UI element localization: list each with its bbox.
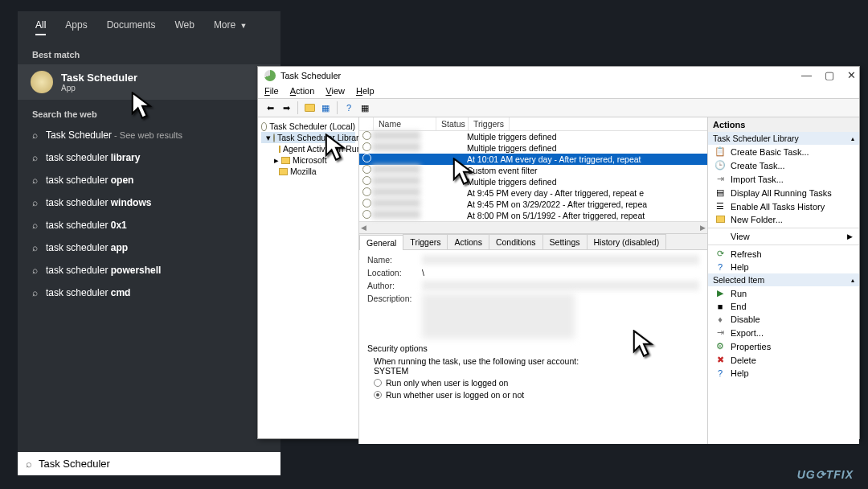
action-refresh[interactable]: ⟳Refresh: [708, 247, 859, 261]
properties-button[interactable]: ▦: [318, 101, 333, 115]
web-result[interactable]: ⌕task scheduler app›: [18, 236, 280, 259]
web-result[interactable]: ⌕task scheduler 0x1›: [18, 214, 280, 236]
action-new-folder[interactable]: New Folder...: [708, 213, 859, 226]
tab-more[interactable]: More ▼: [214, 19, 248, 35]
web-results-list: ⌕Task Scheduler - See web results›⌕task …: [18, 124, 280, 452]
general-tab-body: Name: Location:\ Author: Description: Se…: [359, 250, 707, 444]
search-icon: ⌕: [32, 152, 38, 163]
action-create-task[interactable]: 🕒Create Task...: [708, 158, 859, 172]
task-row[interactable]: Multiple triggers defined: [359, 176, 707, 187]
titlebar[interactable]: Task Scheduler — ▢ ✕: [258, 67, 859, 84]
web-result[interactable]: ⌕Task Scheduler - See web results›: [18, 124, 280, 146]
menu-help[interactable]: Help: [356, 86, 375, 96]
tree-root[interactable]: Task Scheduler (Local): [261, 121, 355, 132]
app-icon: [264, 70, 276, 81]
task-list: Name Status Triggers Multiple triggers d…: [359, 117, 707, 234]
action-run[interactable]: ▶Run: [708, 286, 859, 300]
task-author-value: [422, 281, 699, 290]
search-icon: ⌕: [32, 287, 38, 298]
tree-pane: Task Scheduler (Local) ▾ Task Scheduler …: [258, 117, 359, 444]
refresh-button[interactable]: ▦: [358, 101, 372, 115]
col-status[interactable]: Status: [436, 117, 469, 130]
menu-file[interactable]: File: [264, 86, 279, 96]
minimize-button[interactable]: —: [801, 69, 812, 81]
task-description-value: [422, 294, 575, 339]
web-result[interactable]: ⌕task scheduler cmd›: [18, 281, 280, 304]
search-icon: ⌕: [32, 129, 38, 141]
menu-action[interactable]: Action: [290, 86, 315, 96]
menubar: File Action View Help: [258, 84, 859, 98]
toolbar: ⬅ ➡ ▦ ? ▦: [258, 98, 859, 117]
action-properties[interactable]: ⚙Properties: [708, 339, 859, 353]
security-account-value: SYSTEM: [374, 366, 699, 376]
tab-triggers[interactable]: Triggers: [403, 234, 448, 249]
action-export[interactable]: ⇥Export...: [708, 326, 859, 339]
col-triggers[interactable]: Triggers: [469, 117, 510, 130]
tab-settings[interactable]: Settings: [542, 234, 588, 249]
window-controls: — ▢ ✕: [801, 69, 856, 81]
security-account-text: When running the task, use the following…: [374, 356, 699, 366]
web-result[interactable]: ⌕task scheduler open›: [18, 169, 280, 191]
action-help[interactable]: ?Help: [708, 261, 859, 273]
actions-library-header[interactable]: Task Scheduler Library▴: [708, 132, 859, 145]
back-button[interactable]: ⬅: [263, 101, 277, 115]
action-view[interactable]: View▶: [708, 230, 859, 243]
tab-history[interactable]: History (disabled): [587, 234, 667, 249]
middle-pane: Name Status Triggers Multiple triggers d…: [359, 117, 708, 444]
maximize-button[interactable]: ▢: [825, 69, 834, 81]
action-delete[interactable]: ✖Delete: [708, 353, 859, 367]
search-icon: ⌕: [26, 458, 32, 470]
search-input[interactable]: ⌕ Task Scheduler: [18, 452, 280, 475]
task-row[interactable]: At 9:45 PM on 3/29/2022 - After triggere…: [359, 199, 707, 210]
tab-conditions[interactable]: Conditions: [489, 234, 543, 249]
task-row[interactable]: Multiple triggers defined: [359, 131, 707, 142]
web-result[interactable]: ⌕task scheduler windows›: [18, 191, 280, 214]
action-end[interactable]: ■End: [708, 300, 859, 313]
task-row[interactable]: Custom event filter: [359, 165, 707, 176]
tab-actions[interactable]: Actions: [447, 234, 489, 249]
tree-child[interactable]: Agent Activation Runt: [261, 143, 355, 154]
scrollbar-horizontal[interactable]: ◀▶: [359, 221, 707, 233]
action-enable-history[interactable]: ☰Enable All Tasks History: [708, 199, 859, 213]
web-result[interactable]: ⌕task scheduler library›: [18, 146, 280, 169]
task-name-value: [422, 255, 699, 265]
task-row[interactable]: Multiple triggers defined: [359, 142, 707, 154]
start-menu: All Apps Documents Web More ▼ Best match…: [18, 11, 280, 475]
tab-all[interactable]: All: [35, 19, 46, 35]
action-display-running[interactable]: ▤Display All Running Tasks: [708, 186, 859, 199]
menu-view[interactable]: View: [326, 86, 345, 96]
folder-up-button[interactable]: [302, 101, 317, 115]
task-row[interactable]: At 9:45 PM every day - After triggered, …: [359, 187, 707, 199]
best-match-result[interactable]: Task Scheduler App: [18, 64, 280, 100]
search-icon: ⌕: [32, 175, 38, 186]
web-result[interactable]: ⌕task scheduler powershell›: [18, 259, 280, 281]
close-button[interactable]: ✕: [847, 69, 856, 81]
tree-child[interactable]: ▸ Microsoft: [261, 154, 355, 166]
security-options-label: Security options: [367, 343, 699, 353]
action-create-basic-task[interactable]: 📋Create Basic Task...: [708, 145, 859, 158]
task-row[interactable]: At 10:01 AM every day - After triggered,…: [359, 154, 707, 165]
best-match-label: Best match: [18, 40, 280, 64]
actions-selected-header[interactable]: Selected Item▴: [708, 273, 859, 286]
col-name[interactable]: Name: [374, 117, 436, 130]
forward-button[interactable]: ➡: [279, 101, 293, 115]
task-location-value: \: [422, 268, 699, 277]
details-pane: General Triggers Actions Conditions Sett…: [359, 234, 707, 444]
task-scheduler-window: Task Scheduler — ▢ ✕ File Action View He…: [257, 66, 860, 439]
action-help-2[interactable]: ?Help: [708, 367, 859, 380]
tab-documents[interactable]: Documents: [107, 19, 156, 35]
tab-web[interactable]: Web: [174, 19, 194, 35]
radio-run-always[interactable]: Run whether user is logged on or not: [374, 390, 699, 400]
radio-run-logged-on[interactable]: Run only when user is logged on: [374, 378, 699, 388]
help-button[interactable]: ?: [342, 101, 356, 115]
watermark: UG⟳TFIX: [797, 468, 854, 481]
tree-child[interactable]: Mozilla: [261, 166, 355, 177]
action-import-task[interactable]: ⇥Import Task...: [708, 172, 859, 186]
action-disable[interactable]: ♦Disable: [708, 313, 859, 326]
tab-general[interactable]: General: [359, 235, 403, 250]
tab-apps[interactable]: Apps: [65, 19, 87, 35]
task-list-header: Name Status Triggers: [359, 117, 707, 131]
detail-tabs: General Triggers Actions Conditions Sett…: [359, 234, 707, 250]
task-row[interactable]: At 8:00 PM on 5/1/1992 - After triggered…: [359, 210, 707, 221]
tree-library[interactable]: ▾ Task Scheduler Library: [261, 132, 355, 143]
